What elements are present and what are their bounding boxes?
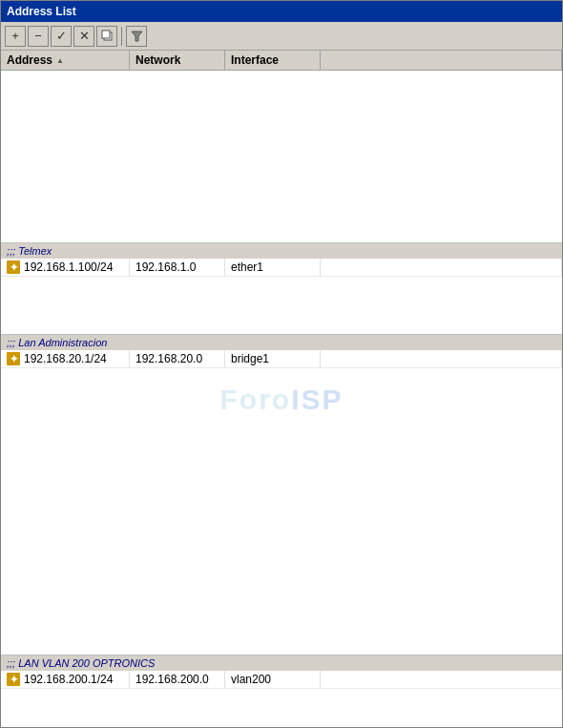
- column-address[interactable]: Address ▲: [1, 51, 130, 70]
- cell-extra: [321, 671, 562, 688]
- address-value: 192.168.20.1/24: [24, 352, 107, 365]
- cell-address: ✦ 192.168.1.100/24: [1, 259, 130, 276]
- address-value: 192.168.1.100/24: [24, 260, 113, 274]
- sort-arrow-icon: ▲: [56, 56, 64, 65]
- svg-marker-2: [132, 31, 142, 41]
- title-bar: Address List: [1, 1, 562, 22]
- disable-button[interactable]: ✕: [73, 26, 94, 47]
- interface-value: vlan200: [231, 673, 271, 686]
- table-row[interactable]: ✦ 192.168.20.1/24 192.168.20.0 bridge1: [1, 350, 562, 368]
- cell-network: 192.168.20.0: [130, 350, 225, 367]
- cell-extra: [321, 350, 562, 367]
- address-icon: ✦: [7, 673, 20, 686]
- interface-value: ether1: [231, 260, 263, 274]
- cell-interface: ether1: [225, 259, 321, 276]
- window-title: Address List: [7, 5, 76, 18]
- content-area[interactable]: ForoISP ;;; Telmex ✦ 192.168.1.100/24 19…: [1, 71, 562, 727]
- column-network[interactable]: Network: [130, 51, 225, 70]
- section-lan-admin-header: ;;; Lan Administracion: [1, 334, 562, 350]
- enable-button[interactable]: ✓: [51, 26, 72, 47]
- cell-extra: [321, 259, 562, 276]
- cell-network: 192.168.1.0: [130, 259, 225, 276]
- address-icon: ✦: [7, 260, 20, 274]
- cell-address: ✦ 192.168.20.1/24: [1, 350, 130, 367]
- empty-top-area: [1, 71, 562, 242]
- table-row[interactable]: ✦ 192.168.200.1/24 192.168.200.0 vlan200: [1, 671, 562, 689]
- section-lan-admin-label: ;;; Lan Administracion: [7, 337, 107, 348]
- copy-button[interactable]: [96, 26, 117, 47]
- column-extra: [321, 51, 562, 70]
- table-row[interactable]: ✦ 192.168.1.100/24 192.168.1.0 ether1: [1, 259, 562, 277]
- column-interface[interactable]: Interface: [225, 51, 321, 70]
- cell-network: 192.168.200.0: [130, 671, 225, 688]
- toolbar: + − ✓ ✕: [1, 22, 562, 51]
- address-value: 192.168.200.1/24: [24, 673, 113, 686]
- network-value: 192.168.20.0: [136, 352, 202, 365]
- section-telmex-header: ;;; Telmex: [1, 242, 562, 259]
- address-list-window: Address List + − ✓ ✕ Address ▲ Network: [0, 0, 563, 728]
- column-network-label: Network: [136, 53, 180, 67]
- network-value: 192.168.200.0: [136, 673, 209, 686]
- column-address-label: Address: [7, 53, 52, 67]
- cell-interface: vlan200: [225, 671, 321, 688]
- empty-mid-area-2: [1, 368, 562, 655]
- add-button[interactable]: +: [5, 26, 26, 47]
- section-telmex-label: ;;; Telmex: [7, 245, 52, 257]
- svg-rect-1: [102, 31, 110, 38]
- cell-address: ✦ 192.168.200.1/24: [1, 671, 130, 688]
- remove-button[interactable]: −: [28, 26, 49, 47]
- empty-mid-area-1: [1, 277, 562, 334]
- column-interface-label: Interface: [231, 53, 279, 67]
- address-icon: ✦: [7, 352, 20, 365]
- filter-button[interactable]: [126, 26, 147, 47]
- interface-value: bridge1: [231, 352, 269, 365]
- section-vlan-header: ;;; LAN VLAN 200 OPTRONICS: [1, 655, 562, 671]
- section-vlan-label: ;;; LAN VLAN 200 OPTRONICS: [7, 657, 155, 669]
- toolbar-separator: [121, 27, 122, 46]
- table-header: Address ▲ Network Interface: [1, 51, 562, 71]
- network-value: 192.168.1.0: [136, 260, 196, 274]
- cell-interface: bridge1: [225, 350, 321, 367]
